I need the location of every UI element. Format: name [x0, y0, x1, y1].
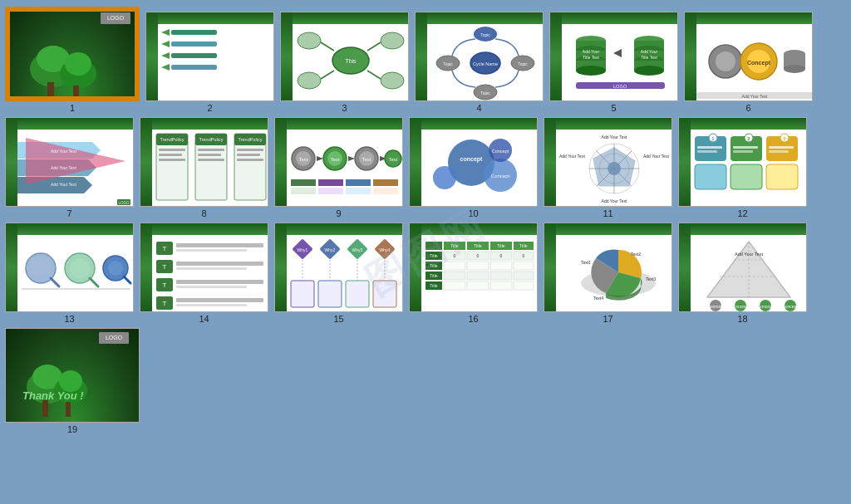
slide-18[interactable]: Block Diagram Add Your Text animal Conce…	[678, 223, 807, 312]
slide-number-11: 11	[603, 208, 612, 218]
svg-rect-149	[733, 146, 758, 149]
slide-15[interactable]: Block Diagram Why1 Why2 Why3 Why4	[274, 223, 403, 312]
svg-text:Topic: Topic	[443, 61, 453, 66]
slide-16[interactable]: Table Title Title Title Title Title	[409, 223, 538, 312]
svg-text:Add Your Text: Add Your Text	[559, 154, 585, 159]
svg-text:Title: Title	[430, 273, 437, 278]
svg-text:Thank You !: Thank You !	[22, 389, 84, 402]
slide-wrapper-7: Diagram Add Your Text Add Your Text Add …	[5, 117, 134, 218]
slide-3[interactable]: Diagram This	[280, 12, 409, 101]
svg-rect-138	[730, 164, 762, 189]
slide-7[interactable]: Diagram Add Your Text Add Your Text Add …	[5, 117, 134, 207]
svg-rect-86	[159, 154, 182, 156]
svg-text:Concept: Concept	[747, 60, 771, 66]
svg-text:LOGO: LOGO	[106, 335, 123, 340]
svg-rect-91	[237, 149, 263, 151]
svg-line-158	[90, 278, 98, 286]
slide-number-12: 12	[737, 208, 747, 218]
slide-2-content	[158, 24, 274, 101]
slide-9[interactable]: Diagram Text Text Text Text	[274, 117, 403, 207]
slide-wrapper-9: Diagram Text Text Text Text	[274, 117, 403, 218]
slide-4-content: Cycle Name Topic Topic Topic Topic	[427, 24, 544, 101]
svg-text:Add Your: Add Your	[583, 49, 600, 54]
svg-text:Why4: Why4	[380, 247, 391, 252]
svg-rect-111	[373, 179, 398, 186]
slide-wrapper-15: Block Diagram Why1 Why2 Why3 Why4	[274, 223, 403, 324]
svg-text:Add Your Text: Add Your Text	[602, 198, 627, 203]
svg-text:0: 0	[500, 253, 503, 258]
svg-rect-13	[171, 53, 217, 58]
slides-row-3: Diagram	[5, 223, 846, 324]
svg-rect-115	[373, 188, 398, 194]
svg-rect-113	[318, 188, 343, 194]
svg-rect-219	[514, 262, 534, 270]
svg-line-155	[51, 278, 59, 286]
slide-number-5: 5	[611, 103, 616, 113]
slide-wrapper-1: LOGO 1	[5, 7, 140, 113]
slide-wrapper-6: Diagram Concept Add Your Tex	[684, 12, 813, 113]
svg-rect-189	[346, 281, 369, 307]
svg-rect-85	[159, 149, 185, 151]
svg-rect-15	[171, 65, 217, 70]
slide-19[interactable]: LOGO Thank You !	[5, 328, 140, 423]
svg-rect-195	[426, 242, 442, 250]
svg-point-20	[381, 32, 404, 49]
svg-text:Title: Title	[497, 243, 504, 248]
slides-row-1: LOGO 1	[5, 7, 846, 113]
svg-rect-151	[769, 146, 794, 149]
slide-6[interactable]: Diagram Concept Add Your Tex	[684, 12, 813, 101]
svg-rect-140	[766, 164, 798, 189]
svg-marker-12	[161, 52, 170, 59]
svg-rect-108	[291, 179, 316, 186]
slide-wrapper-5: Diagram Add Your Title Text	[549, 12, 678, 113]
slide-wrapper-10: Marketing Diagram concept Concept Concep…	[409, 117, 538, 218]
svg-point-22	[298, 72, 321, 89]
svg-rect-112	[291, 188, 316, 194]
slide-11[interactable]: Diagram Add Your Text Add Your Text	[544, 117, 672, 207]
slide-wrapper-16: Table Title Title Title Title Title	[409, 223, 538, 324]
svg-text:Concept: Concept	[491, 174, 510, 179]
svg-point-58	[716, 51, 735, 71]
svg-marker-130	[593, 148, 635, 186]
slide-18-content: Add Your Text animal Concept Concept con…	[691, 235, 807, 312]
slide-14[interactable]: Diagram T T T	[140, 223, 268, 312]
svg-text:Text2: Text2	[631, 252, 641, 257]
svg-rect-230	[490, 281, 512, 290]
svg-text:T: T	[163, 263, 167, 271]
slide-number-17: 17	[603, 314, 612, 324]
svg-line-21	[367, 42, 381, 51]
svg-text:Text3: Text3	[646, 276, 656, 281]
svg-rect-114	[346, 188, 371, 194]
slide-wrapper-3: Diagram This 3	[280, 12, 409, 113]
slide-11-content: Add Your Text Add Your Text Add Your Tex…	[556, 130, 672, 207]
svg-line-25	[367, 71, 381, 79]
slide-13-content	[17, 235, 134, 312]
svg-marker-8	[161, 29, 170, 36]
slide-19-graphic: LOGO Thank You !	[6, 329, 140, 423]
slide-2[interactable]: Contents	[145, 12, 274, 101]
svg-text:Add Your Text: Add Your Text	[643, 154, 669, 159]
svg-text:Add Your Text: Add Your Text	[51, 165, 76, 170]
svg-text:LOGO: LOGO	[613, 84, 627, 89]
svg-rect-218	[490, 262, 512, 270]
svg-point-64	[784, 65, 805, 73]
slide-wrapper-14: Diagram T T T	[140, 223, 268, 324]
slide-17[interactable]: 3-D Pie Chart Text1 Text2 Text3	[544, 223, 672, 312]
svg-rect-256	[42, 400, 48, 417]
svg-rect-87	[159, 159, 185, 161]
svg-rect-136	[695, 164, 726, 189]
svg-rect-93	[237, 159, 263, 161]
svg-rect-178	[176, 304, 247, 306]
svg-rect-257	[66, 402, 71, 417]
slide-9-content: Text Text Text Text	[287, 130, 403, 207]
slide-8[interactable]: Diagram TrendPolicy TrendPolicy TrendPol…	[140, 117, 268, 207]
slide-10[interactable]: Marketing Diagram concept Concept Concep…	[409, 117, 538, 207]
slide-12[interactable]: Diagram 1 2 3	[678, 117, 807, 207]
slide-4[interactable]: Cycle Diagram Cycle Name Topic Topic Top…	[415, 12, 544, 101]
svg-rect-188	[318, 281, 342, 307]
slide-1[interactable]: LOGO	[5, 7, 140, 101]
svg-text:Add Your Text: Add Your Text	[51, 182, 76, 187]
slide-13[interactable]: Diagram	[5, 223, 134, 312]
slide-5[interactable]: Diagram Add Your Title Text	[549, 12, 678, 101]
svg-text:Title Text: Title Text	[641, 55, 657, 60]
